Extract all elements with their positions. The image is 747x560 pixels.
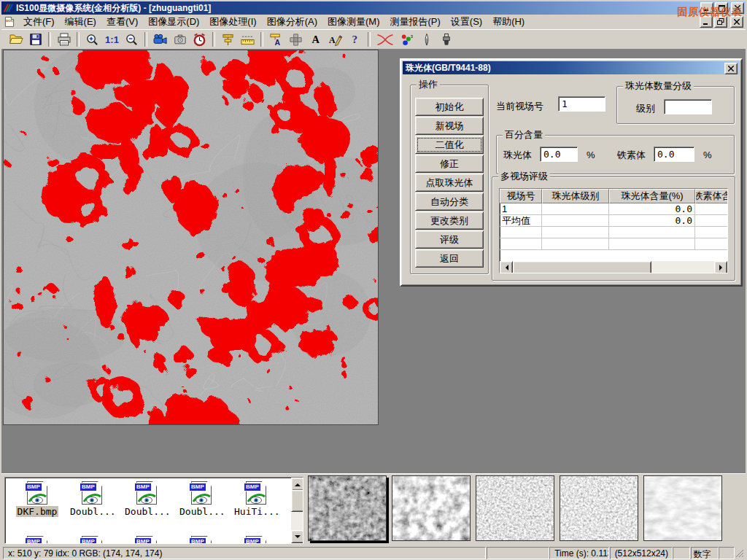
menu-settings[interactable]: 设置(S) — [446, 15, 487, 29]
col-ferrite-content[interactable]: 铁素体含量(%) — [695, 189, 728, 203]
file-item[interactable]: BMP — [69, 536, 115, 544]
pearlite-percent-input[interactable]: 0.0 — [540, 147, 578, 162]
status-panel-empty — [487, 547, 549, 559]
grid-stitch-icon[interactable] — [286, 31, 306, 48]
menu-report[interactable]: 测量报告(P) — [384, 15, 445, 29]
window-title: IS100显微摄像系统(金相分析版) - [zhuguangti01] — [16, 2, 211, 15]
mode-indicator: 数字 — [691, 547, 719, 559]
menu-edit[interactable]: 编辑(E) — [60, 15, 101, 29]
dialog-close-button[interactable] — [724, 63, 738, 74]
new-field-button[interactable]: 新视场 — [415, 117, 484, 135]
file-name: Doubl... — [178, 506, 227, 517]
auto-classify-button[interactable]: 自动分类 — [415, 192, 484, 211]
file-name: Doubl... — [123, 506, 172, 517]
open-button[interactable] — [6, 31, 26, 48]
return-button[interactable]: 返回 — [415, 249, 484, 268]
pearlite-label: 珠光体 — [503, 149, 532, 162]
status-panel-empty — [719, 547, 735, 559]
svg-text:DOC: DOC — [6, 19, 14, 23]
camera-icon[interactable] — [170, 31, 190, 48]
thumbnail-3[interactable] — [476, 475, 554, 541]
table-row-empty — [500, 238, 727, 250]
actual-size-button[interactable]: 1:1 — [102, 31, 122, 48]
col-pearlite-content[interactable]: 珠光体含量(%) — [609, 189, 695, 203]
bmp-file-icon: BMP — [189, 481, 214, 505]
scrollbar-thumb[interactable] — [291, 490, 303, 512]
bmp-file-icon: BMP — [80, 481, 104, 505]
scroll-left-button[interactable] — [500, 261, 513, 273]
pick-pearlite-button[interactable]: 点取珠光体 — [415, 174, 484, 192]
file-item[interactable]: BMP — [233, 536, 279, 544]
curve-tool-icon[interactable] — [374, 31, 397, 48]
timer-clock-icon[interactable] — [190, 31, 209, 48]
caliper-icon[interactable] — [218, 31, 238, 48]
file-item[interactable]: BMP — [123, 536, 170, 544]
change-class-button[interactable]: 更改类别 — [415, 211, 484, 230]
menu-help[interactable]: 帮助(H) — [487, 15, 530, 29]
brush-tool-icon[interactable] — [436, 31, 456, 48]
table-row[interactable]: 1 0.0 — [500, 203, 727, 215]
toolbar-separator — [212, 32, 215, 47]
file-item[interactable]: BMP — [14, 536, 61, 544]
pen-tool-icon[interactable] — [417, 31, 436, 48]
thumbnail-5[interactable] — [643, 475, 722, 541]
table-horizontal-scrollbar[interactable] — [500, 261, 727, 273]
zoom-out-button[interactable] — [122, 31, 142, 48]
pearlite-percent-sign: % — [587, 149, 595, 160]
ferrite-label: 铁素体 — [617, 149, 646, 162]
title-bar: IS100显微摄像系统(金相分析版) - [zhuguangti01] — [1, 1, 746, 15]
menu-image-display[interactable]: 图像显示(D) — [143, 15, 204, 29]
thumbnail-1[interactable] — [308, 475, 387, 541]
current-field-input[interactable]: 1 — [558, 96, 605, 112]
text-label-icon[interactable]: A — [306, 31, 325, 48]
processing-time: Time (s): 0.113 — [549, 547, 609, 559]
correct-button[interactable]: 修正 — [415, 155, 484, 173]
video-camera-icon[interactable] — [150, 31, 170, 48]
grade-input[interactable] — [664, 99, 712, 114]
col-field-no[interactable]: 视场号 — [500, 189, 542, 203]
table-row-empty — [500, 227, 727, 238]
measure-text-icon[interactable]: A — [266, 31, 286, 48]
classify-particles-icon[interactable]: 3 — [397, 31, 417, 48]
file-item[interactable]: BMP HuiTi... — [233, 481, 279, 518]
ruler-icon[interactable] — [238, 31, 258, 48]
scrollbar-thumb[interactable] — [513, 261, 651, 273]
help-button[interactable]: ? — [345, 31, 365, 48]
col-pearlite-grade[interactable]: 珠光体级别 — [542, 189, 609, 203]
resize-grip[interactable] — [735, 548, 744, 558]
scroll-down-button[interactable] — [291, 530, 303, 543]
file-item[interactable]: BMP DKF.bmp — [14, 481, 61, 518]
menu-image-process[interactable]: 图像处理(I) — [204, 15, 261, 29]
table-row[interactable]: 平均值 0.0 — [500, 215, 727, 227]
file-item[interactable]: BMP Doubl... — [69, 481, 115, 518]
init-button[interactable]: 初始化 — [415, 98, 484, 116]
document-icon[interactable]: DOC — [4, 16, 15, 28]
rate-button[interactable]: 评级 — [415, 230, 484, 249]
grade-label: 级别 — [636, 102, 655, 115]
print-button[interactable] — [54, 31, 74, 48]
analysis-image[interactable] — [3, 50, 379, 425]
binarize-button[interactable]: 二值化 — [415, 136, 484, 154]
thumbnail-4[interactable] — [560, 475, 638, 541]
file-list-scrollbar[interactable] — [291, 478, 303, 543]
bmp-file-icon: BMP — [244, 481, 268, 505]
file-item[interactable]: BMP — [178, 536, 225, 544]
vendor-watermark: 固原仪器仪表 — [677, 6, 743, 19]
menu-view[interactable]: 查看(V) — [101, 15, 143, 29]
grade-legend: 珠光体数量分级 — [623, 81, 694, 91]
text-edit-icon[interactable]: A — [325, 31, 345, 48]
ferrite-percent-input[interactable]: 0.0 — [654, 147, 694, 162]
dialog-title: 珠光体(GB/T9441-88) — [406, 62, 491, 74]
thumbnail-2[interactable] — [392, 475, 471, 541]
app-icon[interactable] — [3, 3, 13, 13]
menu-image-measure[interactable]: 图像测量(M) — [322, 15, 385, 29]
scroll-up-button[interactable] — [291, 478, 303, 491]
menu-image-analysis[interactable]: 图像分析(A) — [262, 15, 322, 29]
menu-file[interactable]: 文件(F) — [18, 15, 60, 29]
file-item[interactable]: BMP Doubl... — [123, 481, 170, 518]
save-button[interactable] — [26, 31, 45, 48]
scroll-right-button[interactable] — [714, 261, 727, 273]
svg-text:A: A — [311, 34, 320, 45]
zoom-in-button[interactable] — [82, 31, 102, 48]
file-item[interactable]: BMP Doubl... — [178, 481, 225, 518]
